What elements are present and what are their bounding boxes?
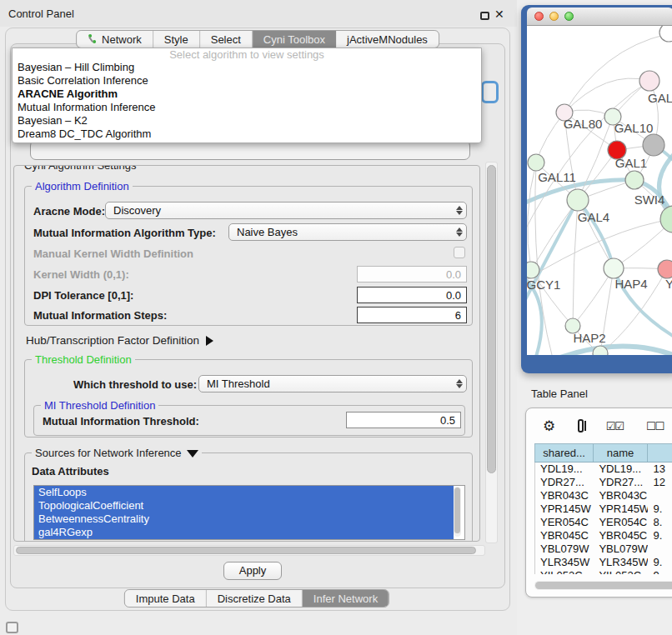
attributes-list-scrollbar[interactable] xyxy=(454,487,461,537)
data-attribute-option[interactable]: gal4RGexp xyxy=(34,526,454,539)
network-edge[interactable] xyxy=(573,268,614,326)
table-row[interactable]: YPR145WYPR145W9. xyxy=(535,502,672,516)
table-panel-window: ⚙ ☑☑ ☐☐ shared...name YDL19...YDL19...13… xyxy=(525,408,672,598)
data-attribute-option[interactable]: SelfLoops xyxy=(34,486,454,499)
settings-horizontal-scrollbar[interactable] xyxy=(13,545,485,556)
table-row[interactable]: YBR045CYBR045C9. xyxy=(535,529,672,542)
apply-button[interactable]: Apply xyxy=(223,562,282,580)
control-panel-tab[interactable]: Style xyxy=(153,31,200,48)
control-panel-tab[interactable]: Network xyxy=(77,31,153,48)
settings-gear-icon[interactable]: ⚙ xyxy=(543,418,555,435)
table-row[interactable]: YIL053CYIL053C9. xyxy=(535,569,672,574)
settings-vertical-scrollbar[interactable] xyxy=(485,162,498,543)
node-table: shared...name YDL19...YDL19...13YDR27...… xyxy=(534,443,672,574)
table-cell: YER054C xyxy=(535,516,594,529)
table-horizontal-scrollbar[interactable] xyxy=(534,581,672,590)
table-row[interactable]: YDR27...YDR27...12 xyxy=(535,476,672,489)
table-row[interactable]: YER054CYER054C8. xyxy=(535,516,672,529)
table-cell: 12 xyxy=(648,476,672,489)
minimize-window-icon[interactable] xyxy=(549,12,559,21)
hub-definition-expander[interactable]: Hub/Transcription Factor Definition xyxy=(26,334,213,347)
table-cell: 9. xyxy=(648,556,672,569)
collapse-down-icon xyxy=(187,450,198,458)
table-cell: YDR27... xyxy=(594,476,648,489)
network-node[interactable] xyxy=(604,258,624,278)
sources-title[interactable]: Sources for Network Inference xyxy=(32,447,202,459)
table-row[interactable]: YLR345WYLR345W9. xyxy=(535,556,672,569)
kernel-width-label: Kernel Width (0,1): xyxy=(33,268,129,281)
table-cell: YER054C xyxy=(594,516,648,529)
network-canvas[interactable]: GALGAL80GAL10GAL1GAL11SWI4GAL4GCY1HAP4YH… xyxy=(527,26,672,355)
settings-horizontal-thumb[interactable] xyxy=(16,547,476,554)
table-row[interactable]: YBR043CYBR043C xyxy=(535,489,672,502)
data-attribute-option[interactable]: TopologicalCoefficient xyxy=(34,499,454,512)
algorithm-option[interactable]: Basic Correlation Inference xyxy=(13,74,481,88)
algorithm-option[interactable]: Mutual Information Inference xyxy=(13,101,481,114)
network-edge[interactable] xyxy=(564,78,649,112)
deselect-all-icon[interactable]: ☐☐ xyxy=(646,420,664,432)
network-window-titlebar[interactable] xyxy=(527,8,672,26)
data-attribute-option[interactable]: BetweennessCentrality xyxy=(34,512,454,526)
table-cell: YLR345W xyxy=(594,556,648,569)
aracne-mode-value: Discovery xyxy=(106,204,453,217)
cyni-mode-tab[interactable]: Impute Data xyxy=(125,590,207,607)
close-panel-icon[interactable]: ✕ xyxy=(494,8,504,21)
network-node[interactable] xyxy=(528,154,544,171)
network-node[interactable] xyxy=(527,262,539,278)
label: Cyni Toolbox xyxy=(263,31,325,48)
algorithm-option[interactable]: Bayesian – Hill Climbing xyxy=(13,61,481,74)
network-node-label: GAL80 xyxy=(564,117,603,131)
updown-arrows-icon xyxy=(453,224,466,240)
manual-kernel-checkbox[interactable] xyxy=(454,247,465,258)
algorithm-dropdown-placeholder: Select algorithm to view settings xyxy=(13,48,481,61)
table-cell: YBR043C xyxy=(594,489,648,502)
minimized-panel-icon[interactable] xyxy=(6,622,18,633)
network-node-label: GAL10 xyxy=(614,121,654,135)
algorithm-option[interactable]: Dream8 DC_TDC Algorithm xyxy=(13,128,481,141)
algorithm-option[interactable]: ARACNE Algorithm xyxy=(13,88,481,101)
column-layout-icon[interactable] xyxy=(578,419,583,432)
which-threshold-select[interactable]: MI Threshold xyxy=(198,375,467,392)
mi-threshold-input[interactable]: 0.5 xyxy=(346,412,461,428)
mi-steps-input[interactable]: 6 xyxy=(357,307,467,323)
control-panel-tab[interactable]: jActiveMNodules xyxy=(336,31,439,48)
control-panel-tabs: NetworkStyleSelectCyni ToolboxjActiveMNo… xyxy=(76,30,439,48)
kernel-width-input[interactable]: 0.0 xyxy=(357,266,467,282)
network-node[interactable] xyxy=(567,189,589,211)
network-edge-highlighted[interactable] xyxy=(560,346,672,355)
table-cell: YLR345W xyxy=(535,556,594,569)
network-node[interactable] xyxy=(639,71,659,91)
table-cell: 8. xyxy=(648,516,672,529)
dpi-tolerance-label: DPI Tolerance [0,1]: xyxy=(33,289,133,302)
table-row[interactable]: YDL19...YDL19...13 xyxy=(535,462,672,476)
table-column-header[interactable]: shared... xyxy=(535,444,594,462)
algorithm-option[interactable]: Bayesian – K2 xyxy=(13,114,481,128)
mi-steps-label: Mutual Information Steps: xyxy=(33,309,167,322)
zoom-window-icon[interactable] xyxy=(564,12,574,21)
network-node[interactable] xyxy=(659,26,672,42)
cyni-mode-tab[interactable]: Discretize Data xyxy=(207,590,303,607)
table-row[interactable]: YBL079WYBL079W xyxy=(535,542,672,556)
float-panel-icon[interactable] xyxy=(480,12,489,20)
label: Select xyxy=(211,31,241,48)
table-column-header[interactable]: name xyxy=(594,444,648,462)
data-attributes-list[interactable]: SelfLoopsTopologicalCoefficientBetweenne… xyxy=(33,485,465,540)
attributes-scrollbar-thumb[interactable] xyxy=(454,488,460,533)
network-node-label: Y xyxy=(665,277,672,291)
aracne-mode-select[interactable]: Discovery xyxy=(105,202,467,219)
network-node[interactable] xyxy=(660,206,672,232)
network-node[interactable] xyxy=(625,171,644,189)
control-panel-tab[interactable]: Cyni Toolbox xyxy=(253,31,336,48)
settings-vertical-thumb[interactable] xyxy=(487,165,496,473)
mi-type-select[interactable]: Naive Bayes xyxy=(228,223,467,241)
table-horizontal-thumb[interactable] xyxy=(535,582,672,589)
close-window-icon[interactable] xyxy=(534,12,544,21)
cyni-mode-tab[interactable]: Infer Network xyxy=(303,590,389,607)
select-all-icon[interactable]: ☑☑ xyxy=(606,420,624,432)
network-node[interactable] xyxy=(658,260,672,278)
dpi-tolerance-input[interactable]: 0.0 xyxy=(357,287,467,303)
control-panel-tab[interactable]: Select xyxy=(200,31,253,48)
table-column-header[interactable] xyxy=(648,444,672,462)
network-node[interactable] xyxy=(643,134,664,156)
mi-type-label: Mutual Information Algorithm Type: xyxy=(33,227,216,239)
